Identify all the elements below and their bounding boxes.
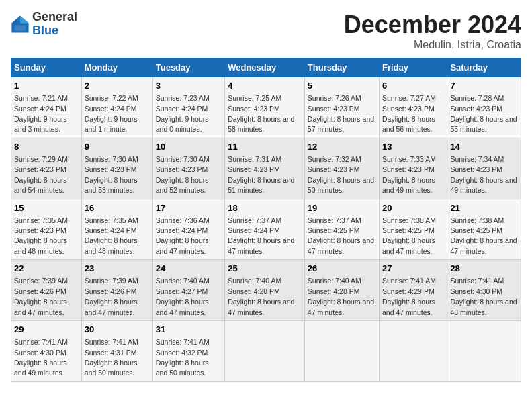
day-info: Sunrise: 7:30 AMSunset: 4:23 PMDaylight:… [156, 155, 210, 194]
day-info: Sunrise: 7:36 AMSunset: 4:24 PMDaylight:… [156, 216, 210, 255]
calendar-cell: 24Sunrise: 7:40 AMSunset: 4:27 PMDayligh… [152, 260, 224, 321]
day-number: 23 [85, 263, 150, 275]
calendar-cell: 20Sunrise: 7:38 AMSunset: 4:25 PMDayligh… [380, 199, 447, 260]
calendar-cell: 13Sunrise: 7:33 AMSunset: 4:23 PMDayligh… [380, 138, 447, 199]
week-row-3: 15Sunrise: 7:35 AMSunset: 4:23 PMDayligh… [11, 199, 521, 260]
calendar-cell: 21Sunrise: 7:38 AMSunset: 4:25 PMDayligh… [447, 199, 521, 260]
calendar-cell: 28Sunrise: 7:41 AMSunset: 4:30 PMDayligh… [447, 260, 521, 321]
day-number: 25 [228, 263, 302, 275]
calendar-cell: 2Sunrise: 7:22 AMSunset: 4:24 PMDaylight… [81, 77, 152, 138]
calendar-cell: 29Sunrise: 7:41 AMSunset: 4:30 PMDayligh… [11, 321, 82, 382]
calendar-cell: 11Sunrise: 7:31 AMSunset: 4:23 PMDayligh… [225, 138, 305, 199]
day-info: Sunrise: 7:41 AMSunset: 4:32 PMDaylight:… [156, 338, 210, 377]
calendar-cell: 26Sunrise: 7:40 AMSunset: 4:28 PMDayligh… [304, 260, 379, 321]
day-number: 6 [382, 80, 444, 92]
svg-rect-2 [15, 25, 26, 30]
day-number: 11 [228, 141, 302, 153]
day-info: Sunrise: 7:39 AMSunset: 4:26 PMDaylight:… [14, 277, 68, 316]
page-header: General Blue December 2024 Medulin, Istr… [11, 11, 521, 51]
day-number: 28 [450, 263, 518, 275]
day-info: Sunrise: 7:35 AMSunset: 4:24 PMDaylight:… [85, 216, 138, 255]
day-number: 21 [450, 202, 518, 214]
calendar-cell [380, 321, 447, 382]
calendar-cell: 9Sunrise: 7:30 AMSunset: 4:23 PMDaylight… [81, 138, 152, 199]
logo-line1: General [32, 11, 77, 24]
day-number: 29 [14, 324, 79, 336]
calendar-cell: 19Sunrise: 7:37 AMSunset: 4:25 PMDayligh… [304, 199, 379, 260]
day-number: 27 [382, 263, 444, 275]
svg-marker-1 [20, 15, 29, 23]
day-info: Sunrise: 7:41 AMSunset: 4:29 PMDaylight:… [382, 277, 436, 316]
calendar-cell: 1Sunrise: 7:21 AMSunset: 4:24 PMDaylight… [11, 77, 82, 138]
day-number: 12 [308, 141, 376, 153]
day-info: Sunrise: 7:28 AMSunset: 4:23 PMDaylight:… [450, 94, 517, 133]
day-number: 22 [14, 263, 79, 275]
day-number: 4 [228, 80, 302, 92]
weekday-header-wednesday: Wednesday [225, 58, 305, 77]
day-number: 2 [85, 80, 150, 92]
day-info: Sunrise: 7:33 AMSunset: 4:23 PMDaylight:… [382, 155, 436, 194]
logo-icon [11, 15, 30, 34]
day-number: 14 [450, 141, 518, 153]
calendar-cell: 31Sunrise: 7:41 AMSunset: 4:32 PMDayligh… [152, 321, 224, 382]
main-title: December 2024 [344, 11, 521, 39]
day-info: Sunrise: 7:40 AMSunset: 4:28 PMDaylight:… [308, 277, 374, 316]
day-number: 16 [85, 202, 150, 214]
day-number: 20 [382, 202, 444, 214]
subtitle: Medulin, Istria, Croatia [344, 39, 521, 51]
calendar-cell: 30Sunrise: 7:41 AMSunset: 4:31 PMDayligh… [81, 321, 152, 382]
calendar-cell: 4Sunrise: 7:25 AMSunset: 4:23 PMDaylight… [225, 77, 305, 138]
calendar-cell: 16Sunrise: 7:35 AMSunset: 4:24 PMDayligh… [81, 199, 152, 260]
day-info: Sunrise: 7:35 AMSunset: 4:23 PMDaylight:… [14, 216, 68, 255]
weekday-header-saturday: Saturday [447, 58, 521, 77]
day-info: Sunrise: 7:41 AMSunset: 4:31 PMDaylight:… [85, 338, 138, 377]
calendar-cell [447, 321, 521, 382]
logo-line2: Blue [32, 24, 77, 38]
week-row-1: 1Sunrise: 7:21 AMSunset: 4:24 PMDaylight… [11, 77, 521, 138]
day-number: 10 [156, 141, 222, 153]
weekday-header-tuesday: Tuesday [152, 58, 224, 77]
calendar-cell: 8Sunrise: 7:29 AMSunset: 4:23 PMDaylight… [11, 138, 82, 199]
day-info: Sunrise: 7:38 AMSunset: 4:25 PMDaylight:… [450, 216, 517, 255]
weekday-header-row: SundayMondayTuesdayWednesdayThursdayFrid… [11, 58, 521, 77]
day-info: Sunrise: 7:30 AMSunset: 4:23 PMDaylight:… [85, 155, 138, 194]
day-number: 18 [228, 202, 302, 214]
day-info: Sunrise: 7:40 AMSunset: 4:27 PMDaylight:… [156, 277, 210, 316]
day-number: 9 [85, 141, 150, 153]
day-info: Sunrise: 7:41 AMSunset: 4:30 PMDaylight:… [450, 277, 517, 316]
calendar-cell: 27Sunrise: 7:41 AMSunset: 4:29 PMDayligh… [380, 260, 447, 321]
week-row-5: 29Sunrise: 7:41 AMSunset: 4:30 PMDayligh… [11, 321, 521, 382]
day-info: Sunrise: 7:37 AMSunset: 4:24 PMDaylight:… [228, 216, 294, 255]
calendar-cell: 6Sunrise: 7:27 AMSunset: 4:23 PMDaylight… [380, 77, 447, 138]
day-number: 8 [14, 141, 79, 153]
calendar-table: SundayMondayTuesdayWednesdayThursdayFrid… [11, 58, 521, 382]
calendar-cell [304, 321, 379, 382]
week-row-2: 8Sunrise: 7:29 AMSunset: 4:23 PMDaylight… [11, 138, 521, 199]
day-number: 24 [156, 263, 222, 275]
weekday-header-sunday: Sunday [11, 58, 82, 77]
day-info: Sunrise: 7:23 AMSunset: 4:24 PMDaylight:… [156, 94, 210, 133]
day-info: Sunrise: 7:27 AMSunset: 4:23 PMDaylight:… [382, 94, 436, 133]
weekday-header-thursday: Thursday [304, 58, 379, 77]
day-number: 3 [156, 80, 222, 92]
calendar-cell: 3Sunrise: 7:23 AMSunset: 4:24 PMDaylight… [152, 77, 224, 138]
day-info: Sunrise: 7:40 AMSunset: 4:28 PMDaylight:… [228, 277, 294, 316]
calendar-cell: 14Sunrise: 7:34 AMSunset: 4:23 PMDayligh… [447, 138, 521, 199]
day-number: 19 [308, 202, 376, 214]
calendar-cell: 17Sunrise: 7:36 AMSunset: 4:24 PMDayligh… [152, 199, 224, 260]
day-info: Sunrise: 7:29 AMSunset: 4:23 PMDaylight:… [14, 155, 68, 194]
day-number: 15 [14, 202, 79, 214]
weekday-header-friday: Friday [380, 58, 447, 77]
calendar-cell: 15Sunrise: 7:35 AMSunset: 4:23 PMDayligh… [11, 199, 82, 260]
day-number: 17 [156, 202, 222, 214]
calendar-cell: 23Sunrise: 7:39 AMSunset: 4:26 PMDayligh… [81, 260, 152, 321]
day-number: 1 [14, 80, 79, 92]
day-number: 5 [308, 80, 376, 92]
day-info: Sunrise: 7:38 AMSunset: 4:25 PMDaylight:… [382, 216, 436, 255]
day-info: Sunrise: 7:21 AMSunset: 4:24 PMDaylight:… [14, 94, 68, 133]
day-number: 13 [382, 141, 444, 153]
day-info: Sunrise: 7:31 AMSunset: 4:23 PMDaylight:… [228, 155, 294, 194]
calendar-cell: 22Sunrise: 7:39 AMSunset: 4:26 PMDayligh… [11, 260, 82, 321]
day-info: Sunrise: 7:37 AMSunset: 4:25 PMDaylight:… [308, 216, 374, 255]
day-info: Sunrise: 7:39 AMSunset: 4:26 PMDaylight:… [85, 277, 138, 316]
